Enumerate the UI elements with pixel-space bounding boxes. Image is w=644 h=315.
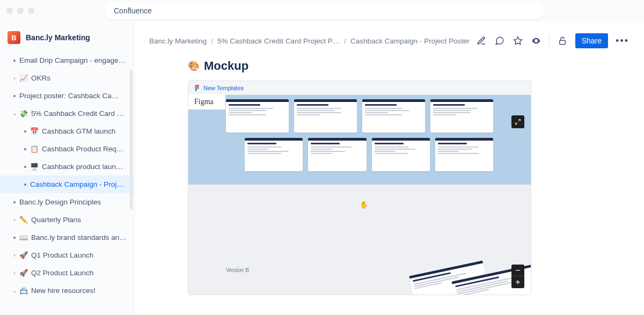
chevron-icon: › (11, 217, 18, 223)
sidebar-scrollbar[interactable] (130, 70, 133, 209)
sidebar-child-item[interactable]: •📋Cashback Product Req… (0, 140, 134, 158)
template-thumbnail[interactable] (245, 138, 303, 171)
sidebar-item-label: OKRs (31, 74, 50, 82)
bullet-icon: • (11, 234, 18, 241)
sidebar-child-item[interactable]: •🖥️Cashback product laun… (0, 158, 134, 175)
sidebar-item-label: Q2 Product Launch (31, 269, 93, 277)
template-row-2 (226, 138, 493, 171)
search-text: Confluence (114, 6, 152, 15)
search-input[interactable]: Confluence (104, 2, 544, 19)
sidebar-item[interactable]: •Email Drip Campaign - engage… (0, 52, 134, 69)
page-body: 🎨 Mockup New Templates Figma (134, 54, 644, 315)
figma-version-label: Version B (226, 267, 249, 273)
sidebar-item[interactable]: ›📈OKRs (0, 69, 134, 87)
star-icon[interactable] (513, 35, 523, 46)
figma-tab-label: New Templates (203, 85, 244, 91)
sidebar-item-label: Email Drip Campaign - engage… (19, 56, 126, 64)
chevron-icon: › (11, 270, 18, 276)
sidebar-item-label: Banc.ly brand standards an… (31, 233, 127, 241)
restrictions-icon[interactable] (557, 35, 568, 46)
item-emoji-icon: ✏️ (19, 216, 28, 224)
more-actions-icon[interactable]: ••• (616, 35, 629, 47)
figma-topbar: New Templates (188, 81, 531, 95)
page-actions: Share ••• (476, 33, 629, 48)
bullet-icon: • (11, 199, 18, 206)
svg-point-2 (197, 87, 199, 89)
edit-icon[interactable] (476, 35, 487, 46)
template-row-1 (226, 99, 493, 133)
template-thumbnail[interactable] (430, 99, 493, 133)
traffic-close[interactable] (6, 8, 13, 14)
template-thumbnail[interactable] (372, 138, 430, 171)
item-emoji-icon: 🚀 (19, 269, 28, 277)
page-header: Banc.ly Marketing/5% Cashback Credit Car… (134, 21, 644, 54)
page-tree: •Email Drip Campaign - engage…›📈OKRs•Pro… (0, 52, 134, 315)
page-heading: 🎨 Mockup (188, 59, 629, 73)
window-chrome: Confluence (0, 0, 644, 21)
space-avatar: B (8, 31, 20, 44)
bullet-icon: • (21, 145, 29, 153)
sidebar-item-label: 5% Cashback Credit Card … (31, 109, 124, 118)
figma-icon (194, 85, 200, 91)
sidebar-child-item[interactable]: •📅Cashback GTM launch (0, 122, 134, 140)
comment-icon[interactable] (494, 35, 505, 46)
share-button[interactable]: Share (575, 33, 608, 48)
item-emoji-icon: 📇 (19, 287, 28, 295)
sidebar-item[interactable]: ⌄📇New hire resources! (0, 282, 134, 299)
space-header[interactable]: B Banc.ly Marketing (0, 27, 134, 52)
bullet-icon: • (21, 163, 29, 171)
template-thumbnail[interactable] (294, 99, 357, 133)
sidebar-item[interactable]: •📖Banc.ly brand standards an… (0, 229, 134, 246)
zoom-out-button[interactable]: − (511, 265, 524, 276)
template-thumbnail[interactable] (362, 99, 425, 133)
divider (549, 35, 550, 46)
expand-icon[interactable] (511, 115, 524, 128)
bullet-icon: • (11, 57, 18, 64)
bullet-icon: • (21, 181, 29, 188)
sidebar-child-item[interactable]: •Cashback Campaign - Proj… (0, 175, 134, 193)
template-thumbnail[interactable] (226, 99, 289, 133)
item-emoji-icon: 📈 (19, 74, 28, 82)
sidebar-item-label: Q1 Product Launch (31, 251, 93, 259)
chevron-icon: › (11, 75, 18, 81)
sidebar-item[interactable]: •Banc.ly Design Principles (0, 193, 134, 211)
breadcrumb-separator: / (211, 37, 213, 45)
traffic-min[interactable] (17, 8, 24, 14)
sidebar-item-label: Project poster: Cashback Ca… (19, 92, 119, 100)
item-emoji-icon: 📅 (30, 127, 39, 135)
breadcrumb-item[interactable]: Cashback Campaign - Project Poster (350, 37, 470, 45)
sidebar-item-label: Banc.ly Design Principles (19, 198, 101, 206)
sidebar-item[interactable]: ›🚀Q1 Product Launch (0, 246, 134, 264)
sidebar-item-label: Cashback Campaign - Proj… (30, 180, 124, 188)
breadcrumb-item[interactable]: Banc.ly Marketing (149, 37, 207, 45)
sidebar-item-label: Cashback product laun… (42, 163, 123, 171)
breadcrumb-item[interactable]: 5% Cashback Credit Card Project P… (217, 37, 340, 45)
zoom-in-button[interactable]: + (511, 276, 524, 288)
bullet-icon: • (21, 128, 29, 135)
sidebar-item[interactable]: ⌄💸5% Cashback Credit Card … (0, 105, 134, 122)
watch-icon[interactable] (531, 35, 541, 46)
figma-canvas[interactable]: Figma ✋ Version B (188, 95, 531, 295)
chevron-icon: › (11, 252, 18, 258)
chevron-icon: ⌄ (11, 111, 18, 116)
sidebar-item[interactable]: ›🚀Q2 Product Launch (0, 264, 134, 282)
svg-marker-0 (514, 37, 522, 45)
item-emoji-icon: 📋 (30, 145, 39, 153)
main-content: Banc.ly Marketing/5% Cashback Credit Car… (134, 21, 644, 315)
item-emoji-icon: 💸 (19, 109, 28, 118)
breadcrumb: Banc.ly Marketing/5% Cashback Credit Car… (149, 37, 472, 45)
sidebar-item-label: Quarterly Plans (31, 216, 81, 224)
figma-embed[interactable]: New Templates Figma (188, 80, 531, 295)
chevron-icon: ⌄ (11, 288, 18, 294)
space-title: Banc.ly Marketing (26, 33, 90, 42)
template-thumbnail[interactable] (308, 138, 366, 171)
template-thumbnail[interactable] (435, 138, 493, 171)
item-emoji-icon: 📖 (19, 233, 28, 241)
sidebar-item[interactable]: ›✏️Quarterly Plans (0, 211, 134, 229)
zoom-control: − + (511, 265, 524, 288)
sidebar-item-label: New hire resources! (31, 287, 96, 295)
traffic-max[interactable] (28, 8, 34, 14)
sidebar-item-label: Cashback GTM launch (42, 127, 115, 135)
sidebar-item[interactable]: •Project poster: Cashback Ca… (0, 87, 134, 105)
sidebar: B Banc.ly Marketing •Email Drip Campaign… (0, 21, 134, 315)
